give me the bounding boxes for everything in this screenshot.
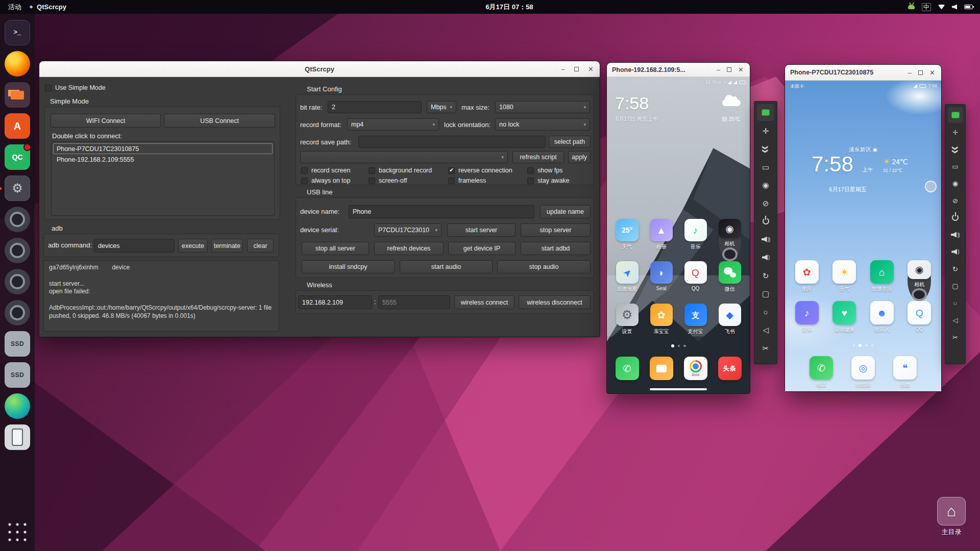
dock-item-files[interactable] (5, 82, 30, 108)
activities-button[interactable]: 活动 (8, 3, 21, 12)
phone2-toolbar-icon-rotate[interactable]: ↻ (948, 261, 963, 277)
config-checkbox-record screen[interactable]: record screen (301, 167, 350, 174)
dock-item-settings[interactable]: ⚙ (5, 176, 30, 201)
phone2-minimize-button[interactable]: – (908, 69, 912, 76)
phone1-app-设置[interactable]: ⚙ 设置 (616, 304, 639, 346)
phone1-close-button[interactable]: ✕ (738, 66, 744, 73)
phone2-dock-app-电话[interactable]: ✆ 电话 (810, 356, 833, 389)
focused-app-menu[interactable]: ✦ QtScrcpy (29, 3, 66, 11)
phone1-app-相册[interactable]: ▲ 相册 (650, 219, 673, 261)
phone1-dock-app-messages[interactable] (650, 357, 673, 380)
phone2-toolbar-icon-back[interactable]: ◁ (948, 312, 963, 328)
phone1-toolbar-icon-collapse[interactable]: ❯❯ (757, 140, 774, 157)
phone1-app-微信[interactable]: 微信 (719, 261, 741, 304)
usb-connect-button[interactable]: USB Connect (164, 114, 275, 128)
home-folder-desktop-icon[interactable]: ⌂ 主目录 (931, 497, 972, 537)
phone1-toolbar-icon-volume-up[interactable]: )) (757, 231, 774, 248)
phone2-dock-app-浏览器[interactable]: ◎ 浏览器 (851, 356, 875, 389)
get-device-ip-button[interactable]: get device IP (448, 242, 516, 255)
terminate-button[interactable]: terminate (211, 239, 243, 253)
record-save-path-input[interactable] (358, 136, 546, 148)
phone1-app-音乐[interactable]: ♪ 音乐 (684, 219, 707, 261)
phone1-toolbar-icon-touch-display[interactable]: ▭ (757, 159, 774, 176)
phone1-maximize-button[interactable] (727, 67, 731, 72)
phone2-toolbar-icon-app-switch[interactable]: ▢ (948, 278, 963, 294)
select-path-button[interactable]: select path (549, 136, 591, 148)
phone1-toolbar-icon-scissors[interactable]: ✂ (757, 340, 774, 357)
phone1-app-QQ[interactable]: Q QQ (684, 261, 707, 304)
phone1-toolbar-icon-app-switch[interactable]: ▢ (757, 285, 774, 302)
phone1-toolbar-icon-rotate[interactable]: ↻ (757, 267, 774, 284)
dock-item-camera-2[interactable] (5, 238, 30, 263)
phone1-dock-app-toutiao[interactable]: 头条 (718, 357, 742, 380)
assistant-ball[interactable] (925, 181, 937, 192)
execute-button[interactable]: execute (178, 239, 208, 253)
phone1-toolbar-icon-back[interactable]: ◁ (757, 321, 774, 338)
dock-item-camera-1[interactable] (5, 207, 30, 232)
install-sndcpy-button[interactable]: install sndcpy (302, 260, 395, 273)
config-checkbox-stay awake[interactable]: stay awake (527, 177, 570, 184)
script-select[interactable]: ▾ (300, 151, 508, 163)
phone2-app-音乐[interactable]: ♪ 音乐 (795, 301, 819, 342)
maximize-button[interactable] (574, 67, 579, 71)
clear-button[interactable]: clear (247, 239, 274, 253)
phone1-dock-app-chrome[interactable]: Beta (684, 357, 707, 380)
stop-server-button[interactable]: stop server (521, 223, 591, 237)
bit-rate-unit-select[interactable]: Mbps▾ (427, 101, 456, 113)
adb-command-input[interactable]: devices (94, 239, 175, 253)
phone2-toolbar-icon-home[interactable]: ○ (948, 295, 963, 311)
clock-menu[interactable]: 6月17日 07：58 (485, 3, 533, 12)
device-item-Phone-192.168.2.109:5555[interactable]: Phone-192.168.2.109:5555 (53, 154, 273, 165)
phone2-toolbar-icon-screen-on[interactable]: ◉ (948, 176, 963, 191)
phone2-app-联系人[interactable]: ☻ 联系人 (870, 301, 894, 342)
phone1-app-亲宝宝[interactable]: ✿ 亲宝宝 (650, 304, 673, 346)
phone2-maximize-button[interactable] (918, 70, 923, 75)
phone1-toolbar-icon-volume-down[interactable]: ) (757, 249, 774, 266)
phone1-minimize-button[interactable]: – (717, 66, 720, 73)
phone1-toolbar-icon-home[interactable]: ○ (757, 304, 774, 320)
close-button[interactable]: ✕ (588, 66, 594, 72)
config-checkbox-reverse connection[interactable]: reverse connection (448, 167, 512, 174)
wireless-disconnect-button[interactable]: wireless disconnect (519, 295, 591, 309)
phone1-app-高德地图[interactable]: ➤ 高德地图 (616, 261, 639, 304)
stop-all-server-button[interactable]: stop all server (302, 242, 369, 255)
dock-item-firefox[interactable] (5, 51, 30, 77)
update-name-button[interactable]: update name (540, 205, 591, 218)
phone2-toolbar-icon-collapse[interactable]: ❯❯ (948, 141, 963, 157)
phone2-screen[interactable]: 未插卡 7:58 浦东新区 ◉ 7:58 上午 ☀ 24℃ 31 / 22℃ 6… (785, 81, 941, 391)
phone1-app-天气[interactable]: 25° 天气 (616, 219, 639, 261)
phone2-toolbar-icon-volume-down[interactable]: ) (948, 244, 963, 260)
record-format-select[interactable]: mp4▾ (347, 118, 439, 131)
phone1-app-飞书[interactable]: ◆ 飞书 (719, 304, 741, 346)
phone1-app-支付宝[interactable]: 支 支付宝 (684, 304, 707, 346)
bit-rate-input[interactable]: 2 (328, 101, 422, 113)
dock-item-ssd-2[interactable]: SSD (5, 362, 30, 388)
phone2-app-QQ[interactable]: Q QQ (908, 301, 931, 342)
dock-item-camera-4[interactable] (5, 300, 30, 325)
device-name-input[interactable]: Phone (349, 205, 534, 218)
phone2-app-天气[interactable]: ☀ 天气 (832, 260, 856, 301)
config-checkbox-show fps[interactable]: show fps (527, 167, 562, 174)
config-checkbox-background record[interactable]: background record (369, 167, 432, 174)
phone1-titlebar[interactable]: Phone-192.168.2.109:5... – ✕ (607, 63, 750, 77)
dock-item-ssd-1[interactable]: SSD (5, 331, 30, 357)
device-serial-select[interactable]: P7CDU17C23010▾ (374, 223, 442, 237)
system-status-area[interactable]: 中 (908, 0, 973, 14)
device-list[interactable]: Phone-P7CDU17C23010875 Phone-192.168.2.1… (51, 141, 275, 216)
dock-item-software[interactable]: A (5, 113, 30, 139)
wireless-connect-button[interactable]: wireless connect (454, 295, 514, 309)
phone2-dock-app-信息[interactable]: ❝ 信息 (893, 356, 917, 389)
lock-orientation-select[interactable]: no lock▾ (495, 118, 590, 131)
phone2-app-图库[interactable]: ✿ 图库 (795, 260, 819, 301)
phone1-app-相机[interactable]: ◉ 相机 (719, 219, 741, 261)
phone2-toolbar-icon-state-indicator[interactable] (948, 107, 963, 123)
refresh-script-button[interactable]: refresh script (512, 151, 564, 163)
start-adbd-button[interactable]: start adbd (521, 242, 591, 255)
phone1-dock-app-phone[interactable]: ✆ (616, 357, 639, 380)
phone2-toolbar-icon-scissors[interactable]: ✂ (948, 330, 963, 345)
device-item-Phone-P7CDU17C23010875[interactable]: Phone-P7CDU17C23010875 (53, 143, 273, 154)
phone1-toolbar-icon-screen-on[interactable]: ◉ (757, 177, 774, 193)
wireless-port-input[interactable]: 5555 (378, 295, 450, 309)
apply-button[interactable]: apply (568, 151, 591, 163)
phone2-titlebar[interactable]: Phone-P7CDU17C23010875 – ✕ (785, 65, 941, 81)
